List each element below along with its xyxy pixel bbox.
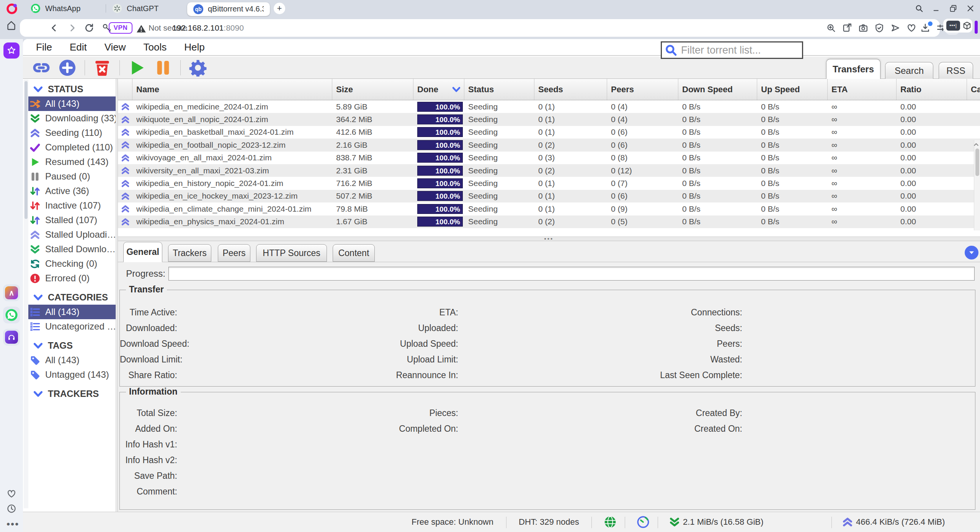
column-header-peers[interactable]: Peers bbox=[607, 79, 678, 100]
rail-history-clock-icon[interactable] bbox=[7, 504, 16, 514]
zoom-page-icon[interactable] bbox=[826, 23, 836, 33]
vpn-badge[interactable]: VPN bbox=[109, 22, 132, 34]
sidebar-item-stalled-uploadi-[interactable]: Stalled Uploadi… bbox=[23, 227, 116, 242]
sidebar-item-stalled-downlo-[interactable]: Stalled Downlo… bbox=[23, 242, 116, 256]
section-header-trackers[interactable]: TRACKERS bbox=[23, 387, 116, 401]
table-row[interactable]: wikipedia_en_football_nopic_2023-12.zim2… bbox=[118, 139, 980, 151]
browser-tab-qbittorrent-v4-6-3-web-ui[interactable]: qbqBittorrent v4.6.3 Web UI bbox=[187, 2, 270, 16]
section-header-categories[interactable]: CATEGORIES bbox=[23, 290, 116, 305]
column-header-seeds[interactable]: Seeds bbox=[534, 79, 607, 100]
options-button[interactable] bbox=[189, 59, 207, 77]
menu-tools[interactable]: Tools bbox=[144, 41, 167, 53]
address-bar[interactable]: VPN Not secure 192.168.2.101:8090 bbox=[20, 19, 940, 37]
home-icon[interactable] bbox=[6, 20, 16, 31]
table-row[interactable]: wikipedia_en_basketball_maxi_2024-01.zim… bbox=[118, 126, 980, 139]
pinboard-icon[interactable] bbox=[842, 23, 852, 33]
collapse-panel-button[interactable] bbox=[965, 246, 978, 259]
horizontal-splitter[interactable]: ••• bbox=[118, 237, 980, 241]
aria-icon[interactable] bbox=[3, 42, 20, 59]
table-row[interactable]: wikiquote_en_all_nopic_2024-01.zim364.2 … bbox=[118, 113, 980, 126]
table-vertical-scrollbar[interactable] bbox=[974, 140, 980, 230]
column-header-name[interactable]: Name bbox=[132, 79, 332, 100]
sidebar-item-active-36-[interactable]: Active (36) bbox=[23, 184, 116, 198]
window-maximize-icon[interactable] bbox=[949, 4, 957, 13]
column-header-status[interactable]: Status bbox=[464, 79, 534, 100]
tab-transfers[interactable]: Transfers bbox=[826, 59, 880, 79]
tab-search[interactable]: Search bbox=[885, 62, 933, 79]
column-header-ca[interactable]: Ca bbox=[967, 79, 980, 100]
column-header-up-speed[interactable]: Up Speed bbox=[757, 79, 828, 100]
add-torrent-file-button[interactable] bbox=[59, 59, 76, 77]
snapshot-camera-icon[interactable] bbox=[858, 23, 868, 33]
new-tab-button[interactable]: + bbox=[274, 3, 285, 14]
sidebar-item-paused-0-[interactable]: Paused (0) bbox=[23, 169, 116, 184]
sidebar-item-stalled-107-[interactable]: Stalled (107) bbox=[23, 213, 116, 227]
table-row[interactable]: wikiversity_en_all_maxi_2021-03.zim2.31 … bbox=[118, 164, 980, 177]
sidebar-item-untagged-143-[interactable]: Untagged (143) bbox=[23, 367, 116, 382]
url-text[interactable]: 192.168.2.101:8090 bbox=[172, 23, 244, 33]
favorite-heart-icon[interactable] bbox=[906, 23, 916, 33]
column-header-eta[interactable]: ETA bbox=[828, 79, 897, 100]
sidebar-item-all-143-[interactable]: All (143) bbox=[28, 96, 116, 111]
column-header-done[interactable]: Done bbox=[413, 79, 464, 100]
tab-rss[interactable]: RSS bbox=[939, 62, 973, 79]
column-header-icon[interactable] bbox=[118, 79, 132, 100]
browser-tab-whatsapp[interactable]: WhatsApp bbox=[24, 0, 106, 17]
whatsapp-app-icon[interactable] bbox=[3, 307, 20, 323]
delete-torrent-button[interactable] bbox=[93, 59, 111, 77]
browser-search-icon[interactable] bbox=[915, 4, 923, 13]
table-row[interactable]: wikipedia_en_climate_change_mini_2024-01… bbox=[118, 202, 980, 215]
sidebar-item-all-143-[interactable]: All (143) bbox=[28, 305, 116, 319]
password-manager-icon[interactable]: •••| bbox=[946, 21, 960, 31]
table-row[interactable]: wikipedia_en_physics_maxi_2024-01.zim1.6… bbox=[118, 215, 980, 228]
menu-edit[interactable]: Edit bbox=[70, 41, 87, 53]
add-torrent-link-button[interactable] bbox=[33, 59, 50, 77]
detail-tab-http-sources[interactable]: HTTP Sources bbox=[256, 244, 327, 262]
table-row[interactable]: wikipedia_en_history_nopic_2024-01.zim71… bbox=[118, 177, 980, 189]
sidebar-item-downloading-33-[interactable]: Downloading (33) bbox=[23, 111, 116, 126]
table-row[interactable]: wikipedia_en_ice_hockey_maxi_2023-12.zim… bbox=[118, 190, 980, 202]
sidebar-item-uncategorized-[interactable]: Uncategorized … bbox=[23, 319, 116, 334]
table-row[interactable]: wikipedia_en_medicine_2024-01.zim5.89 Gi… bbox=[118, 100, 980, 113]
sidebar-toggle-handle[interactable] bbox=[975, 21, 978, 34]
extensions-cube-icon[interactable] bbox=[962, 21, 972, 30]
detail-tab-content[interactable]: Content bbox=[333, 244, 375, 262]
resume-torrent-button[interactable] bbox=[128, 59, 146, 77]
detail-tab-general[interactable]: General bbox=[123, 242, 162, 262]
column-header-size[interactable]: Size bbox=[332, 79, 413, 100]
sidebar-item-all-143-[interactable]: All (143) bbox=[23, 353, 116, 367]
menu-file[interactable]: File bbox=[36, 41, 52, 53]
shield-check-icon[interactable] bbox=[874, 23, 884, 33]
table-row[interactable]: wikivoyage_en_all_maxi_2024-01.zim838.7 … bbox=[118, 152, 980, 164]
gauge-icon[interactable] bbox=[637, 516, 649, 528]
back-icon[interactable] bbox=[49, 23, 59, 33]
detail-tab-trackers[interactable]: Trackers bbox=[168, 244, 211, 262]
sidebar-item-completed-110-[interactable]: Completed (110) bbox=[23, 140, 116, 155]
section-header-status[interactable]: STATUS bbox=[23, 82, 116, 96]
pause-torrent-button[interactable] bbox=[154, 59, 172, 77]
forward-icon[interactable] bbox=[67, 23, 77, 33]
column-header-down-speed[interactable]: Down Speed bbox=[678, 79, 757, 100]
sidebar-item-resumed-143-[interactable]: Resumed (143) bbox=[23, 155, 116, 169]
rail-heart-icon[interactable] bbox=[7, 489, 16, 499]
window-minimize-icon[interactable] bbox=[933, 4, 941, 13]
column-header-ratio[interactable]: Ratio bbox=[897, 79, 967, 100]
share-send-icon[interactable] bbox=[890, 23, 900, 33]
menu-help[interactable]: Help bbox=[184, 41, 204, 53]
window-close-icon[interactable] bbox=[966, 4, 975, 13]
filter-input[interactable] bbox=[677, 44, 799, 56]
sidebar-item-inactive-107-[interactable]: Inactive (107) bbox=[23, 198, 116, 213]
pinned-app-icon[interactable]: ∧ bbox=[3, 284, 20, 301]
reload-icon[interactable] bbox=[84, 23, 94, 33]
music-app-icon[interactable] bbox=[3, 329, 20, 346]
globe-icon[interactable] bbox=[604, 516, 616, 528]
sidebar-item-errored-0-[interactable]: Errored (0) bbox=[23, 271, 116, 286]
opera-menu-button[interactable] bbox=[6, 3, 18, 15]
menu-view[interactable]: View bbox=[105, 41, 126, 53]
detail-tab-peers[interactable]: Peers bbox=[218, 244, 250, 262]
sidebar-item-seeding-110-[interactable]: Seeding (110) bbox=[23, 126, 116, 140]
scroll-up-icon[interactable] bbox=[973, 142, 979, 148]
rail-more-icon[interactable]: ••• bbox=[7, 518, 16, 528]
sidebar-item-checking-0-[interactable]: Checking (0) bbox=[23, 256, 116, 271]
browser-tab-chatgpt[interactable]: ChatGPT bbox=[106, 0, 187, 17]
